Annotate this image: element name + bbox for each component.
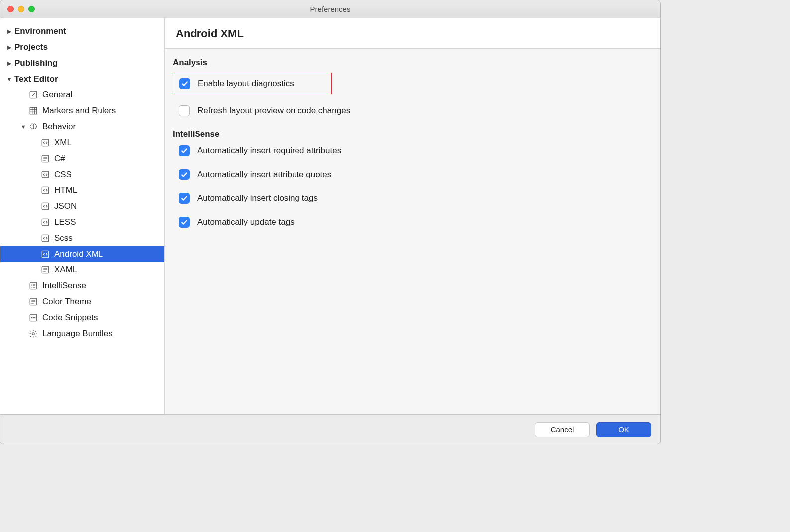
- sidebar-item-label: CSS: [54, 170, 72, 179]
- close-window-button[interactable]: [7, 6, 14, 12]
- setting-label: Refresh layout preview on code changes: [198, 106, 350, 116]
- checkbox-unchecked-icon[interactable]: [179, 105, 190, 116]
- code-icon: [40, 201, 50, 211]
- svg-rect-16: [42, 251, 49, 258]
- setting-label: Automatically insert attribute quotes: [198, 170, 331, 179]
- sidebar-item-color-theme[interactable]: ▶Color Theme: [0, 294, 164, 310]
- sidebar-item-label: Environment: [14, 26, 66, 36]
- cancel-button[interactable]: Cancel: [535, 422, 590, 437]
- sidebar-item-general[interactable]: ▶General: [0, 87, 164, 103]
- setting-label: Enable layout diagnostics: [198, 79, 294, 89]
- sidebar-item-label: Behavior: [42, 122, 76, 132]
- sidebar-item-code-snippets[interactable]: ▶Code Snippets: [0, 310, 164, 326]
- section-analysis-title: Analysis: [172, 58, 653, 68]
- sidebar-item-projects[interactable]: ▶Projects: [0, 39, 164, 55]
- sidebar-item-text-editor[interactable]: ▼Text Editor: [0, 71, 164, 87]
- section-intellisense-title: IntelliSense: [172, 129, 653, 139]
- preferences-main: Android XML Analysis Enable layout diagn…: [165, 18, 660, 414]
- checkbox-checked-icon[interactable]: [179, 217, 190, 228]
- checkbox-checked-icon[interactable]: [179, 145, 190, 156]
- sidebar-item-intellisense[interactable]: ▶IntelliSense: [0, 278, 164, 294]
- sidebar-item-android-xml[interactable]: ▶Android XML: [0, 246, 164, 262]
- minimize-window-button[interactable]: [18, 6, 24, 12]
- file-icon: [40, 265, 50, 275]
- svg-point-36: [32, 333, 35, 335]
- svg-rect-14: [42, 219, 49, 226]
- sidebar-item-behavior[interactable]: ▼Behavior: [0, 119, 164, 135]
- setting-label: Automatically insert required attributes: [198, 146, 341, 156]
- sidebar-item-json[interactable]: ▶JSON: [0, 198, 164, 214]
- sidebar-item-language-bundles[interactable]: ▶Language Bundles: [0, 326, 164, 342]
- sidebar-item-label: LESS: [54, 217, 76, 227]
- sidebar-item-markers-and-rulers[interactable]: ▶Markers and Rulers: [0, 103, 164, 119]
- sidebar-item-publishing[interactable]: ▶Publishing: [0, 55, 164, 71]
- chevron-down-icon[interactable]: ▼: [6, 76, 12, 82]
- checkbox-checked-icon[interactable]: [179, 78, 190, 89]
- svg-point-33: [31, 317, 32, 318]
- code-icon: [40, 138, 50, 148]
- checkbox-checked-icon[interactable]: [179, 169, 190, 180]
- sidebar-item-xaml[interactable]: ▶XAML: [0, 262, 164, 278]
- ok-button[interactable]: OK: [596, 422, 651, 437]
- dots-icon: [28, 313, 38, 323]
- sidebar-item-html[interactable]: ▶HTML: [0, 182, 164, 198]
- preferences-sidebar: ▶Environment▶Projects▶Publishing▼Text Ed…: [0, 18, 165, 414]
- auto-insert-closing-tags-row[interactable]: Automatically insert closing tags: [172, 193, 653, 204]
- code-icon: [40, 170, 50, 179]
- ok-button-label: OK: [618, 425, 629, 434]
- code-icon: [40, 233, 50, 243]
- sidebar-item-environment[interactable]: ▶Environment: [0, 23, 164, 39]
- sidebar-item-label: HTML: [54, 185, 77, 195]
- code-icon: [40, 217, 50, 227]
- sidebar-item-label: IntelliSense: [42, 281, 86, 291]
- sidebar-item-label: XAML: [54, 265, 77, 275]
- sidebar-item-label: Language Bundles: [42, 329, 113, 339]
- chevron-right-icon[interactable]: ▶: [6, 44, 12, 50]
- setting-label: Automatically update tags: [198, 217, 295, 227]
- chevron-right-icon[interactable]: ▶: [6, 60, 12, 66]
- page-title: Android XML: [165, 18, 660, 49]
- auto-insert-required-attrs-row[interactable]: Automatically insert required attributes: [172, 145, 653, 156]
- pencil-icon: [28, 90, 38, 100]
- sidebar-item-less[interactable]: ▶LESS: [0, 214, 164, 230]
- sidebar-item-label: Color Theme: [42, 297, 91, 307]
- sidebar-item-label: XML: [54, 138, 72, 148]
- sidebar-item-label: Projects: [14, 42, 48, 52]
- traffic-lights: [0, 6, 35, 12]
- sidebar-item-xml[interactable]: ▶XML: [0, 135, 164, 151]
- enable-layout-diagnostics-row[interactable]: Enable layout diagnostics: [179, 78, 326, 89]
- sidebar-item-css[interactable]: ▶CSS: [0, 167, 164, 182]
- sidebar-item-label: Publishing: [14, 58, 58, 68]
- zoom-window-button[interactable]: [28, 6, 35, 12]
- setting-label: Automatically insert closing tags: [198, 193, 318, 203]
- auto-insert-attr-quotes-row[interactable]: Automatically insert attribute quotes: [172, 169, 653, 180]
- chevron-right-icon[interactable]: ▶: [6, 28, 12, 34]
- sidebar-item-label: Text Editor: [14, 74, 58, 84]
- sidebar-item-scss[interactable]: ▶Scss: [0, 230, 164, 246]
- svg-rect-15: [42, 235, 49, 242]
- auto-update-tags-row[interactable]: Automatically update tags: [172, 217, 653, 228]
- svg-rect-6: [42, 139, 49, 146]
- svg-point-35: [34, 317, 35, 318]
- sidebar-item-c-[interactable]: ▶C#: [0, 151, 164, 167]
- refresh-layout-preview-row[interactable]: Refresh layout preview on code changes: [172, 105, 653, 116]
- svg-point-34: [33, 317, 34, 318]
- svg-rect-12: [42, 187, 49, 194]
- code-icon: [40, 185, 50, 195]
- sidebar-item-label: JSON: [54, 201, 77, 211]
- svg-rect-11: [42, 171, 49, 178]
- sidebar-item-label: C#: [54, 154, 65, 164]
- sidebar-item-label: Scss: [54, 233, 73, 243]
- dialog-footer: Cancel OK: [0, 414, 660, 444]
- chevron-down-icon[interactable]: ▼: [20, 124, 26, 130]
- brain-icon: [28, 122, 38, 132]
- file-icon: [28, 297, 38, 307]
- window-title: Preferences: [0, 5, 660, 13]
- sidebar-item-label: Android XML: [54, 249, 103, 259]
- sidebar-item-label: General: [42, 90, 72, 100]
- svg-rect-1: [30, 107, 37, 114]
- svg-rect-13: [42, 203, 49, 210]
- code-icon: [40, 249, 50, 259]
- checkbox-checked-icon[interactable]: [179, 193, 190, 204]
- grid-icon: [28, 106, 38, 116]
